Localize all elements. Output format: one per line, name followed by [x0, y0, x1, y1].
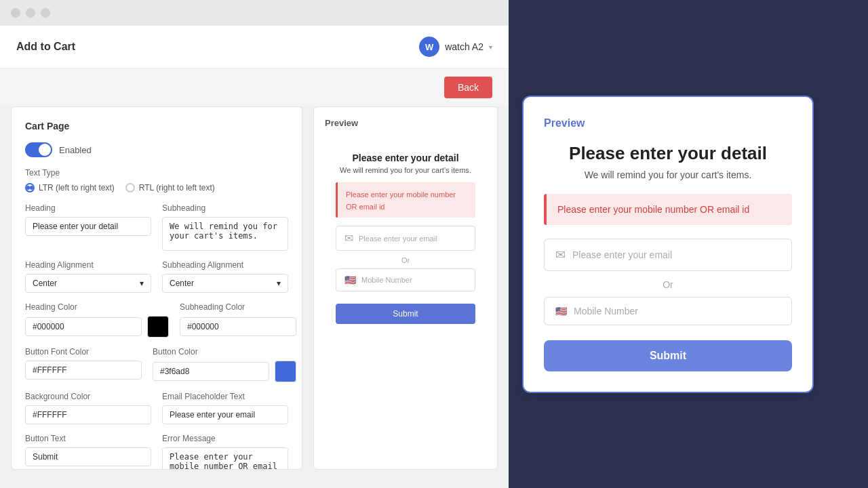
button-color-input[interactable]: [153, 362, 269, 381]
big-preview-card: Preview Please enter your detail We will…: [522, 96, 814, 393]
back-button[interactable]: Back: [444, 77, 492, 98]
email-placeholder-label: Email Placeholder Text: [162, 392, 288, 401]
big-error-bar: Please enter your mobile number OR email…: [544, 194, 792, 225]
big-preview-label: Preview: [544, 117, 792, 129]
button-font-color-group: Button Font Color: [25, 347, 142, 382]
big-preview-heading: Please enter your detail: [544, 143, 792, 164]
small-preview-panel: Preview Please enter your detail We will…: [313, 106, 498, 470]
email-placeholder-group: Email Placeholder Text: [162, 392, 288, 424]
button-font-color-row: [25, 361, 142, 380]
button-error-grid: Button Text Error Message Please enter y…: [25, 434, 288, 470]
subheading-alignment-value: Center: [170, 279, 194, 288]
enabled-label: Enabled: [59, 145, 92, 155]
user-badge[interactable]: W watch A2 ▾: [419, 37, 492, 57]
user-name: watch A2: [445, 41, 484, 52]
small-preview-title: Preview: [325, 118, 486, 128]
toolbar: Back: [0, 68, 509, 106]
big-phone-input[interactable]: 🇺🇸 Mobile Number: [544, 297, 792, 325]
heading-color-swatch[interactable]: [147, 316, 169, 338]
heading-alignment-group: Heading Alignment Center ▾: [25, 260, 151, 293]
settings-panel: Cart Page Enabled Text Type LTR (left to…: [11, 106, 302, 470]
heading-alignment-select[interactable]: Center ▾: [25, 274, 151, 293]
big-submit-button[interactable]: Submit: [544, 340, 792, 371]
chevron-down-icon-2: ▾: [277, 279, 281, 288]
subheading-color-group: Subheading Color: [180, 302, 302, 338]
big-email-input[interactable]: ✉ Please enter your email: [544, 239, 792, 271]
button-font-color-input[interactable]: [25, 361, 142, 380]
subheading-color-swatch[interactable]: [302, 316, 302, 338]
colors-grid: Heading Color Subheading Color: [25, 302, 288, 338]
radio-group: LTR (left to right text) RTL (right to l…: [25, 183, 288, 192]
heading-color-group: Heading Color: [25, 302, 169, 338]
main-container: Add to Cart W watch A2 ▾ Back Cart Page: [0, 0, 868, 488]
big-preview-subheading: We will remind you for your cart's items…: [544, 169, 792, 180]
small-preview-heading: Please enter your detail: [336, 152, 475, 163]
content-area: Cart Page Enabled Text Type LTR (left to…: [0, 106, 509, 481]
small-error-text: Please enter your mobile number OR email…: [346, 190, 456, 211]
button-text-input[interactable]: [25, 447, 151, 466]
small-or-divider: Or: [336, 256, 475, 264]
heading-color-label: Heading Color: [25, 302, 169, 312]
text-type-row: Text Type LTR (left to right text) RTL (…: [25, 168, 288, 192]
heading-subheading-grid: Heading Subheading We will remind you fo…: [25, 203, 288, 251]
background-color-row: [25, 405, 151, 424]
email-placeholder-input[interactable]: [162, 405, 288, 424]
section-title: Cart Page: [25, 121, 288, 131]
button-color-label: Button Color: [153, 347, 296, 357]
subheading-label: Subheading: [162, 203, 288, 213]
mail-icon-big: ✉: [555, 247, 566, 262]
small-preview-card: Please enter your detail We will remind …: [325, 139, 486, 338]
subheading-color-label: Subheading Color: [180, 302, 302, 312]
subheading-color-input[interactable]: [180, 317, 296, 336]
heading-alignment-value: Center: [33, 279, 57, 288]
big-preview-panel: Preview Please enter your detail We will…: [509, 0, 827, 488]
app-header: Add to Cart W watch A2 ▾: [0, 26, 509, 68]
radio-ltr[interactable]: LTR (left to right text): [25, 183, 115, 192]
browser-dot-3: [41, 8, 50, 18]
small-phone-input[interactable]: 🇺🇸 Mobile Number: [336, 268, 475, 291]
small-submit-button[interactable]: Submit: [336, 304, 475, 324]
small-phone-placeholder: Mobile Number: [361, 276, 412, 284]
subheading-alignment-label: Subheading Alignment: [162, 260, 288, 270]
browser-dot-2: [26, 8, 35, 18]
radio-rtl-label: RTL (right to left text): [139, 183, 215, 192]
chevron-down-icon: ▾: [140, 279, 144, 288]
button-font-color-label: Button Font Color: [25, 347, 142, 357]
bg-email-grid: Background Color Email Placeholder Text: [25, 392, 288, 424]
big-email-placeholder: Please enter your email: [572, 249, 672, 260]
button-color-row: [153, 361, 296, 382]
button-color-swatch[interactable]: [275, 361, 296, 382]
radio-rtl[interactable]: RTL (right to left text): [125, 183, 215, 192]
heading-label: Heading: [25, 203, 151, 213]
small-preview-subheading: We will remind you for your cart's items…: [336, 166, 475, 174]
heading-input[interactable]: [25, 217, 151, 236]
us-flag-icon: 🇺🇸: [344, 274, 356, 285]
us-flag-icon-big: 🇺🇸: [555, 306, 567, 317]
subheading-alignment-select[interactable]: Center ▾: [162, 274, 288, 293]
small-email-input[interactable]: ✉ Please enter your email: [336, 226, 475, 251]
small-error-bar: Please enter your mobile number OR email…: [336, 182, 475, 218]
browser-chrome: [0, 0, 509, 26]
chevron-down-icon: ▾: [489, 43, 492, 51]
subheading-color-row: [180, 316, 302, 338]
big-phone-placeholder: Mobile Number: [574, 306, 638, 317]
mail-icon: ✉: [344, 232, 353, 245]
alignment-grid: Heading Alignment Center ▾ Subheading Al…: [25, 260, 288, 293]
text-type-label: Text Type: [25, 168, 288, 178]
heading-color-input[interactable]: [25, 317, 142, 336]
subheading-alignment-group: Subheading Alignment Center ▾: [162, 260, 288, 293]
error-message-input[interactable]: Please enter your mobile number OR email…: [162, 447, 288, 470]
user-avatar: W: [419, 37, 439, 57]
app-title: Add to Cart: [16, 41, 75, 53]
background-color-group: Background Color: [25, 392, 151, 424]
browser-content: Add to Cart W watch A2 ▾ Back Cart Page: [0, 26, 509, 488]
button-color-group: Button Color: [153, 347, 296, 382]
subheading-input[interactable]: We will remind you for your cart's items…: [162, 217, 288, 251]
radio-rtl-circle: [125, 183, 135, 192]
button-text-label: Button Text: [25, 434, 151, 443]
subheading-group: Subheading We will remind you for your c…: [162, 203, 288, 251]
enabled-toggle[interactable]: [25, 142, 52, 157]
radio-ltr-circle: [25, 183, 35, 192]
background-color-input[interactable]: [25, 405, 151, 424]
radio-ltr-label: LTR (left to right text): [39, 183, 115, 192]
